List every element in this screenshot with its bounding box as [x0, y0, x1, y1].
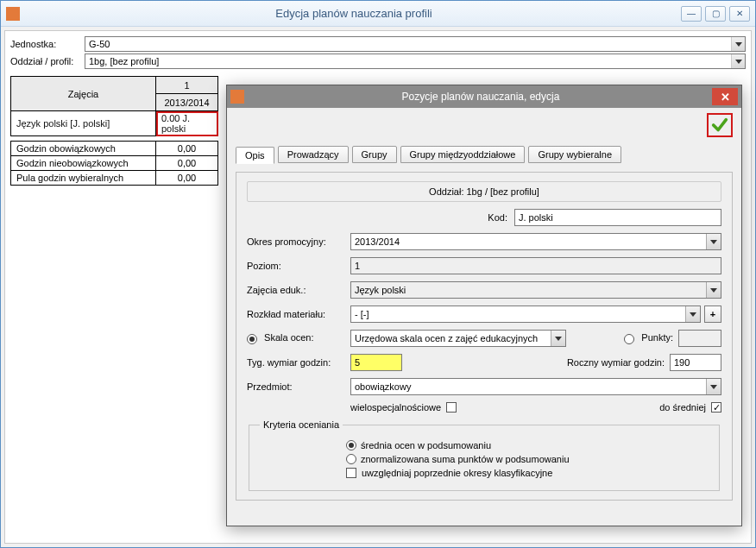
- window-controls: — ▢ ✕: [681, 6, 750, 22]
- confirm-button[interactable]: [707, 113, 733, 137]
- rozklad-value: - [-]: [355, 309, 369, 319]
- dialog-body: Opis Prowadzący Grupy Grupy międzyoddzia…: [227, 108, 741, 526]
- krit-znorm-label: znormalizowana suma punktów w podsumowan…: [361, 454, 570, 464]
- minimize-button[interactable]: —: [681, 6, 702, 22]
- skala-label: Skala ocen:: [264, 332, 313, 343]
- skala-value: Urzędowa skala ocen z zajęć edukacyjnych: [355, 333, 538, 343]
- dialog-title: Pozycje planów nauczania, edycja: [249, 91, 712, 103]
- krit-uwzgl-checkbox[interactable]: [346, 468, 356, 478]
- subject-cell[interactable]: Język polski [J. polski]: [11, 111, 156, 136]
- chevron-down-icon: [731, 37, 745, 51]
- punkty-label: Punkty:: [641, 332, 673, 343]
- dosredniej-checkbox[interactable]: [711, 402, 721, 413]
- tab-panel-opis: Oddział: 1bg / [bez profilu] Kod: J. pol…: [236, 172, 733, 501]
- tab-wybieralne[interactable]: Grupy wybieralne: [528, 146, 621, 163]
- dialog-icon: [230, 90, 244, 104]
- kryteria-opt-znorm[interactable]: znormalizowana suma punktów w podsumowan…: [346, 454, 709, 464]
- dialog-close-button[interactable]: ✕: [712, 88, 738, 105]
- subject-hours-cell[interactable]: 0.00 J. polski: [156, 111, 218, 136]
- roczny-input[interactable]: 190: [670, 354, 721, 371]
- tab-miedzy[interactable]: Grupy międzyoddziałowe: [400, 146, 526, 163]
- tab-bar: Opis Prowadzący Grupy Grupy międzyoddzia…: [236, 146, 733, 163]
- chevron-down-icon: [551, 331, 565, 346]
- close-button[interactable]: ✕: [729, 6, 750, 22]
- col1-number: 1: [156, 77, 218, 94]
- kryteria-legend: Kryteria oceniania: [260, 419, 343, 430]
- chevron-down-icon: [706, 234, 721, 249]
- godzin-nieobow-label: Godzin nieobowiązkowych: [11, 156, 156, 171]
- okres-label: Okres promocyjny:: [247, 236, 350, 247]
- rozklad-label: Rozkład materiału:: [247, 309, 350, 319]
- skala-combo[interactable]: Urzędowa skala ocen z zajęć edukacyjnych: [350, 330, 566, 347]
- wielospec-checkbox[interactable]: [446, 402, 457, 413]
- dosredniej-label: do średniej: [659, 402, 706, 413]
- kryteria-opt-uwzgl[interactable]: uwzględniaj poprzednie okresy klasyfikac…: [346, 468, 709, 478]
- tab-opis[interactable]: Opis: [236, 147, 274, 164]
- chevron-down-icon: [706, 379, 721, 394]
- main-title: Edycja planów nauczania profili: [27, 7, 681, 20]
- punkty-radio[interactable]: [624, 334, 634, 344]
- pula-value: 0,00: [156, 171, 218, 186]
- poziom-label: Poziom:: [247, 261, 350, 271]
- zajecia-header: Zajęcia: [11, 77, 156, 111]
- krit-srednia-radio[interactable]: [346, 440, 356, 450]
- roczny-value: 190: [674, 357, 690, 368]
- kod-label: Kod:: [488, 212, 507, 223]
- zajecia-eduk-value: Język polski: [355, 285, 406, 295]
- oddzial-value: 1bg, [bez profilu]: [89, 56, 159, 66]
- kod-input[interactable]: J. polski: [514, 209, 721, 226]
- jednostka-label: Jednostka:: [10, 39, 85, 49]
- godzin-obow-value: 0,00: [156, 142, 218, 156]
- punkty-input: [678, 330, 721, 347]
- app-icon: [6, 7, 20, 21]
- check-icon: [710, 116, 729, 135]
- poziom-input: 1: [350, 257, 721, 274]
- tyg-input[interactable]: 5: [350, 354, 402, 371]
- punkty-radio-wrap[interactable]: Punkty:: [624, 332, 673, 343]
- col1-year: 2013/2014: [156, 94, 218, 111]
- poziom-value: 1: [355, 261, 360, 271]
- okres-combo[interactable]: 2013/2014: [350, 233, 721, 250]
- jednostka-value: G-50: [89, 39, 110, 49]
- tab-grupy[interactable]: Grupy: [352, 146, 397, 163]
- dialog-titlebar: Pozycje planów nauczania, edycja ✕: [227, 85, 741, 108]
- okres-value: 2013/2014: [355, 236, 400, 247]
- krit-znorm-radio[interactable]: [346, 454, 356, 464]
- tab-prowadzacy[interactable]: Prowadzący: [278, 146, 349, 163]
- edit-dialog: Pozycje planów nauczania, edycja ✕ Opis …: [226, 85, 742, 526]
- main-titlebar: Edycja planów nauczania profili — ▢ ✕: [1, 1, 755, 27]
- przedmiot-combo[interactable]: obowiązkowy: [350, 378, 721, 395]
- maximize-button[interactable]: ▢: [705, 6, 726, 22]
- krit-uwzgl-label: uwzględniaj poprzednie okresy klasyfikac…: [362, 468, 552, 478]
- roczny-label: Roczny wymiar godzin:: [567, 357, 665, 368]
- skala-radio-wrap[interactable]: Skala ocen:: [247, 332, 350, 343]
- plan-table: Zajęcia 1 2013/2014 Język polski [J. pol…: [10, 76, 218, 186]
- tyg-label: Tyg. wymiar godzin:: [247, 357, 350, 368]
- oddzial-combo[interactable]: 1bg, [bez profilu]: [85, 54, 746, 69]
- skala-radio[interactable]: [247, 334, 257, 344]
- godzin-obow-label: Godzin obowiązkowych: [11, 142, 156, 156]
- chevron-down-icon: [731, 54, 745, 68]
- chevron-down-icon: [706, 282, 721, 298]
- przedmiot-label: Przedmiot:: [247, 381, 350, 392]
- kod-value: J. polski: [519, 212, 553, 223]
- kryteria-fieldset: Kryteria oceniania średnia ocen w podsum…: [249, 419, 720, 491]
- oddzial-label: Oddział / profil:: [10, 56, 85, 66]
- pula-label: Pula godzin wybieralnych: [11, 171, 156, 186]
- add-rozklad-button[interactable]: +: [704, 305, 721, 323]
- wielospec-label: wielospecjalnościowe: [350, 402, 441, 413]
- chevron-down-icon: [685, 306, 700, 322]
- rozklad-combo[interactable]: - [-]: [350, 305, 701, 323]
- panel-oddzial-header: Oddział: 1bg / [bez profilu]: [247, 181, 721, 202]
- przedmiot-value: obowiązkowy: [355, 381, 411, 392]
- zajecia-eduk-label: Zajęcia eduk.:: [247, 285, 350, 295]
- godzin-nieobow-value: 0,00: [156, 156, 218, 171]
- jednostka-combo[interactable]: G-50: [85, 36, 746, 52]
- tyg-value: 5: [355, 357, 360, 368]
- krit-srednia-label: średnia ocen w podsumowaniu: [361, 440, 491, 450]
- zajecia-eduk-combo[interactable]: Język polski: [350, 281, 721, 299]
- kryteria-opt-srednia[interactable]: średnia ocen w podsumowaniu: [346, 440, 709, 450]
